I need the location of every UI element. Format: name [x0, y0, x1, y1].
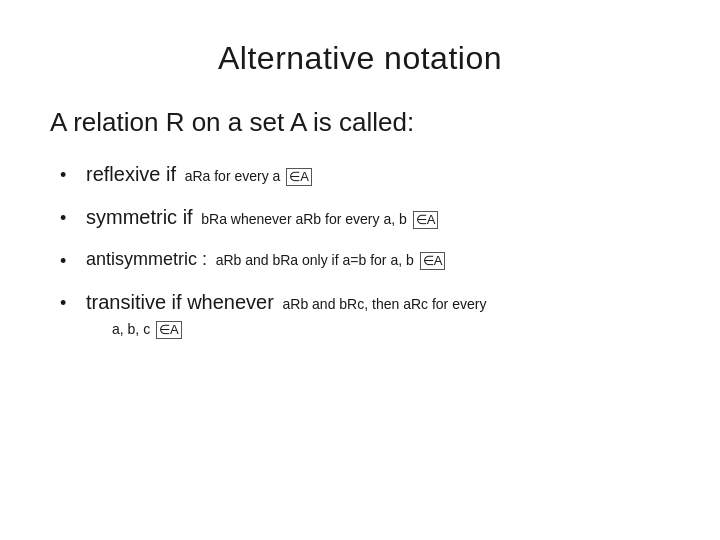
bullet-text-antisymmetric: antisymmetric : aRb and bRa only if a=b … — [86, 246, 670, 273]
term-antisymmetric: antisymmetric : — [86, 249, 207, 269]
body-transitive: aRb and bRc, then aRc for every — [279, 296, 487, 312]
list-item: • transitive if whenever aRb and bRc, th… — [60, 288, 670, 342]
bullet-dot: • — [60, 290, 78, 316]
slide-title: Alternative notation — [50, 40, 670, 77]
bullet-list: • reflexive if aRa for every a ∈A • symm… — [50, 160, 670, 356]
body-reflexive: aRa for every a — [181, 168, 285, 184]
list-item: • antisymmetric : aRb and bRa only if a=… — [60, 246, 670, 274]
transitive-line1: transitive if whenever aRb and bRc, then… — [86, 288, 670, 317]
bullet-text-reflexive: reflexive if aRa for every a ∈A — [86, 160, 670, 189]
term-reflexive: reflexive if — [86, 163, 176, 185]
bullet-dot: • — [60, 205, 78, 231]
term-symmetric: symmetric if — [86, 206, 193, 228]
bullet-dot: • — [60, 248, 78, 274]
bullet-dot: • — [60, 162, 78, 188]
term-transitive: transitive if whenever — [86, 291, 274, 313]
symbol-reflexive: ∈A — [286, 168, 312, 186]
list-item: • reflexive if aRa for every a ∈A — [60, 160, 670, 189]
list-item: • symmetric if bRa whenever aRb for ever… — [60, 203, 670, 232]
bullet-text-symmetric: symmetric if bRa whenever aRb for every … — [86, 203, 670, 232]
symbol-symmetric: ∈A — [413, 211, 439, 229]
bullet-text-transitive: transitive if whenever aRb and bRc, then… — [86, 288, 670, 342]
body-symmetric: bRa whenever aRb for every a, b — [197, 211, 410, 227]
body-antisymmetric: aRb and bRa only if a=b for a, b — [212, 252, 418, 268]
body-transitive-cont: a, b, c — [112, 321, 154, 337]
transitive-line2: a, b, c ∈A — [86, 317, 670, 342]
symbol-antisymmetric: ∈A — [420, 252, 446, 270]
slide-container: Alternative notation A relation R on a s… — [0, 0, 720, 540]
symbol-transitive: ∈A — [156, 321, 182, 339]
transitive-wrap: transitive if whenever aRb and bRc, then… — [86, 288, 670, 342]
slide-subtitle: A relation R on a set A is called: — [50, 107, 670, 138]
